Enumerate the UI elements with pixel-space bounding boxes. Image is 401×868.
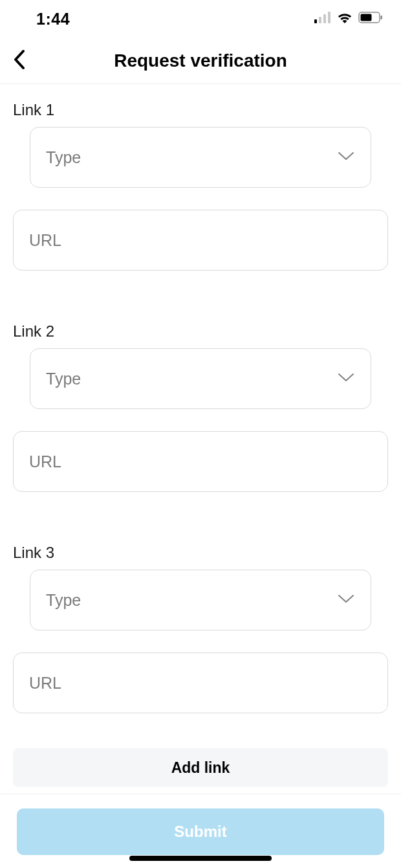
link-type-select-3[interactable]: Type (30, 570, 371, 630)
chevron-down-icon (337, 594, 355, 606)
submit-button[interactable]: Submit (17, 808, 384, 855)
page-title: Request verification (0, 50, 401, 71)
link-type-select-1[interactable]: Type (30, 127, 371, 188)
select-placeholder: Type (46, 370, 81, 388)
svg-rect-0 (314, 19, 317, 23)
back-button[interactable] (6, 48, 32, 74)
link-group-2: Link 2 Type (0, 306, 401, 492)
home-indicator[interactable] (129, 856, 272, 861)
cellular-signal-icon (314, 12, 331, 26)
link-group-3: Link 3 Type (0, 527, 401, 713)
select-placeholder: Type (46, 591, 81, 610)
svg-rect-2 (323, 14, 326, 23)
link-url-input-2[interactable] (13, 431, 388, 492)
nav-bar: Request verification (0, 38, 401, 84)
svg-rect-6 (381, 16, 383, 19)
svg-rect-1 (319, 17, 321, 23)
wifi-icon (336, 11, 353, 27)
link-label: Link 1 (0, 95, 401, 127)
link-type-select-2[interactable]: Type (30, 348, 371, 409)
link-label: Link 3 (0, 537, 401, 570)
add-link-button[interactable]: Add link (13, 748, 388, 787)
status-icons (314, 11, 383, 27)
link-group-1: Link 1 Type (0, 84, 401, 271)
status-time: 1:44 (36, 10, 70, 28)
svg-rect-3 (328, 12, 331, 23)
chevron-left-icon (13, 49, 26, 72)
link-url-input-3[interactable] (13, 652, 388, 713)
link-url-input-1[interactable] (13, 210, 388, 271)
chevron-down-icon (337, 372, 355, 385)
svg-rect-5 (361, 14, 372, 21)
battery-icon (358, 12, 383, 26)
select-placeholder: Type (46, 148, 81, 167)
link-label: Link 2 (0, 316, 401, 348)
status-bar: 1:44 (0, 0, 401, 38)
chevron-down-icon (337, 151, 355, 164)
form-content: Link 1 Type Link 2 Type (0, 84, 401, 855)
